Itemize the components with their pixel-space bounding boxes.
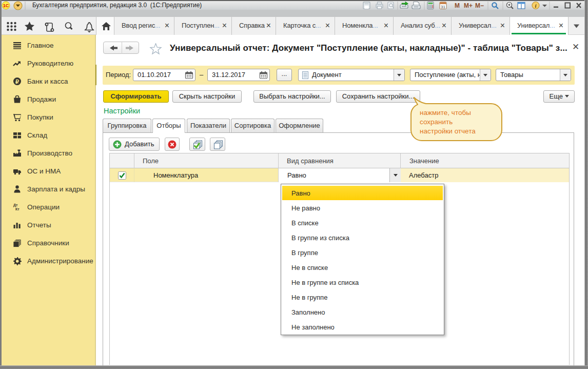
svg-text:M+: M+ (464, 2, 473, 9)
svg-text:31: 31 (441, 5, 445, 9)
svg-text:1С: 1С (3, 3, 9, 8)
svg-text:сохранить: сохранить (420, 118, 453, 126)
svg-text:Дт: Дт (13, 203, 18, 207)
svg-text:M: M (455, 2, 460, 9)
svg-text:₽: ₽ (15, 79, 19, 85)
svg-text:настройки отчета: настройки отчета (420, 127, 476, 135)
svg-text:Кт: Кт (15, 207, 19, 211)
svg-text:нажмите, чтобы: нажмите, чтобы (420, 109, 471, 116)
svg-text:M−: M− (475, 2, 484, 9)
